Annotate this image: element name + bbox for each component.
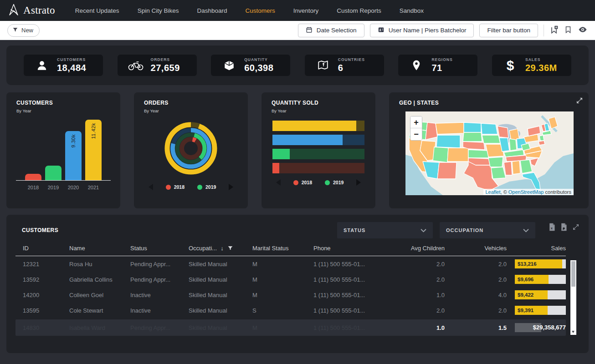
- table-row[interactable]: 12321Rosa HuPending Appr...Skilled Manua…: [15, 256, 566, 272]
- cell-phone: 1 (11) 500 555-01...: [313, 261, 390, 268]
- map-title: GEO | STATES: [399, 100, 589, 106]
- table-totals-row: 14830 Isabella Ward Pending Appr... Skil…: [15, 319, 566, 336]
- legend-item-2019[interactable]: 2019: [197, 184, 216, 190]
- nav-item-sandbox[interactable]: Sandbox: [400, 7, 424, 14]
- table-row[interactable]: 13592Gabriella CollinsPending Appr...Ski…: [15, 272, 566, 287]
- kpi-card-quantity: QUANTITY60,398: [211, 55, 290, 76]
- sort-descending-icon[interactable]: ↓: [221, 245, 224, 252]
- col-header-marital-status[interactable]: Marital Status: [252, 245, 313, 252]
- filter-bar-button-label: Filter bar button: [487, 27, 530, 34]
- col-header-label: Occupati...: [189, 245, 217, 252]
- legend-prev-icon[interactable]: [149, 184, 153, 190]
- bar-2020[interactable]: 9.30k: [65, 131, 82, 180]
- hbar-2018[interactable]: [272, 163, 364, 173]
- bookmark-add-button[interactable]: [549, 25, 559, 35]
- nav-item-inventory[interactable]: Inventory: [293, 7, 319, 14]
- location-pin-icon: [408, 59, 425, 71]
- col-header-sales[interactable]: Sales: [507, 245, 566, 252]
- legend-dot: [166, 185, 171, 190]
- occupation-dropdown[interactable]: OCCUPATION: [440, 222, 535, 238]
- eye-icon: [578, 25, 588, 35]
- col-header-avg-children[interactable]: Avg Children: [390, 245, 445, 252]
- date-selection-label: Date Selection: [317, 27, 357, 34]
- scrollbar-down-arrow[interactable]: [572, 331, 574, 333]
- cell-phone: 1 (11) 500 555-01...: [313, 292, 390, 298]
- orders-donut-chart[interactable]: [161, 119, 221, 178]
- legend-item-2018[interactable]: 2018: [166, 184, 185, 190]
- kpi-label: QUANTITY: [244, 57, 273, 62]
- filter-funnel-icon[interactable]: [227, 245, 233, 251]
- map-zoom-out-button[interactable]: −: [410, 128, 422, 140]
- col-header-label: Name: [69, 245, 85, 252]
- us-states-map[interactable]: [405, 111, 574, 195]
- hbar-2021[interactable]: [272, 121, 364, 131]
- filter-bar-button[interactable]: Filter bar button: [479, 24, 538, 37]
- quantity-chart-panel: QUANTITY SOLD By Year 20182019: [262, 92, 375, 208]
- ghost-cell-name: Isabella Ward: [69, 324, 130, 331]
- bookmark-button[interactable]: [564, 25, 572, 35]
- bar-2021[interactable]: 11.42k: [85, 120, 102, 180]
- cell-occupation: Skilled Manual: [189, 292, 252, 298]
- table-scrollbar[interactable]: [570, 260, 576, 335]
- bar-value-label: 11.42k: [91, 123, 96, 139]
- legend-label: 2018: [302, 180, 312, 185]
- cell-marital-status: S: [252, 307, 313, 314]
- cell-phone: 1 (11) 500 555-01...: [313, 307, 390, 314]
- customers-table: IDNameStatusOccupati...↓Marital StatusPh…: [15, 245, 580, 336]
- col-header-id[interactable]: ID: [15, 245, 69, 252]
- leaflet-map[interactable]: + − Leaflet, © OpenStreetMap contributor…: [405, 111, 574, 195]
- leaflet-link[interactable]: Leaflet: [486, 189, 501, 195]
- expand-icon[interactable]: [572, 223, 580, 233]
- nav-item-custom-reports[interactable]: Custom Reports: [337, 7, 381, 14]
- status-dropdown[interactable]: STATUS: [337, 222, 433, 238]
- cell-occupation: Skilled Manual: [189, 276, 252, 283]
- export-excel-icon[interactable]: x: [549, 223, 555, 233]
- table-row[interactable]: 13595Cole StewartInactiveSkilled ManualS…: [15, 303, 566, 318]
- scrollbar-thumb[interactable]: [571, 261, 575, 287]
- legend-next-icon[interactable]: [356, 179, 361, 186]
- expand-icon[interactable]: [576, 97, 583, 106]
- bar-2018[interactable]: [25, 174, 41, 180]
- ghost-cell-marital: M: [252, 324, 313, 331]
- cell-id: 14200: [15, 292, 69, 298]
- nav-item-dashboard[interactable]: Dashboard: [197, 7, 227, 14]
- map-zoom-in-button[interactable]: +: [410, 116, 422, 128]
- legend-item-2018[interactable]: 2018: [293, 180, 312, 185]
- nav-item-recent-updates[interactable]: Recent Updates: [75, 7, 119, 14]
- visibility-button[interactable]: [578, 25, 588, 35]
- hbar-2019[interactable]: [272, 149, 364, 159]
- total-sales-cell: $29,358,677: [507, 323, 566, 332]
- kpi-card-customers: CUSTOMERS18,484: [24, 55, 103, 76]
- customers-bar-chart: 9.30k11.42k: [6, 120, 120, 180]
- table-row[interactable]: 14200Colleen GoelInactiveSkilled ManualM…: [15, 287, 566, 303]
- legend-prev-icon[interactable]: [276, 179, 281, 186]
- col-header-phone[interactable]: Phone: [313, 245, 390, 252]
- map-icon: [315, 60, 331, 71]
- cell-occupation: Skilled Manual: [189, 261, 252, 268]
- col-header-vehicles[interactable]: Vehicles: [445, 245, 507, 252]
- user-name-button[interactable]: User Name | Piers Batchelor: [370, 24, 474, 37]
- bar-value-label: 9.30k: [71, 134, 76, 147]
- legend-next-icon[interactable]: [229, 184, 233, 190]
- donut-ring-2018-track: [182, 139, 200, 157]
- col-header-label: Avg Children: [411, 245, 445, 252]
- legend-item-2019[interactable]: 2019: [325, 180, 344, 185]
- sales-bar: $9,422: [515, 290, 566, 299]
- col-header-status[interactable]: Status: [130, 245, 189, 252]
- brand-logo[interactable]: Astrato: [8, 4, 55, 18]
- bar-2019[interactable]: [45, 166, 62, 180]
- person-icon: [34, 60, 50, 71]
- col-header-occupati[interactable]: Occupati...↓: [189, 245, 252, 252]
- chart-legend: 20182019: [134, 184, 248, 190]
- export-data-icon[interactable]: [560, 223, 567, 233]
- new-filter-button[interactable]: New: [7, 24, 40, 37]
- hbar-2020[interactable]: [272, 135, 364, 145]
- nav-item-customers[interactable]: Customers: [245, 7, 275, 14]
- nav-item-spin-city-bikes[interactable]: Spin City Bikes: [138, 7, 179, 14]
- cell-vehicles: 2.0: [445, 276, 507, 283]
- openstreetmap-link[interactable]: OpenStreetMap: [508, 189, 544, 195]
- col-header-name[interactable]: Name: [69, 245, 130, 252]
- box-icon: [221, 60, 237, 71]
- date-selection-button[interactable]: Date Selection: [298, 24, 364, 37]
- funnel-icon: [12, 27, 18, 34]
